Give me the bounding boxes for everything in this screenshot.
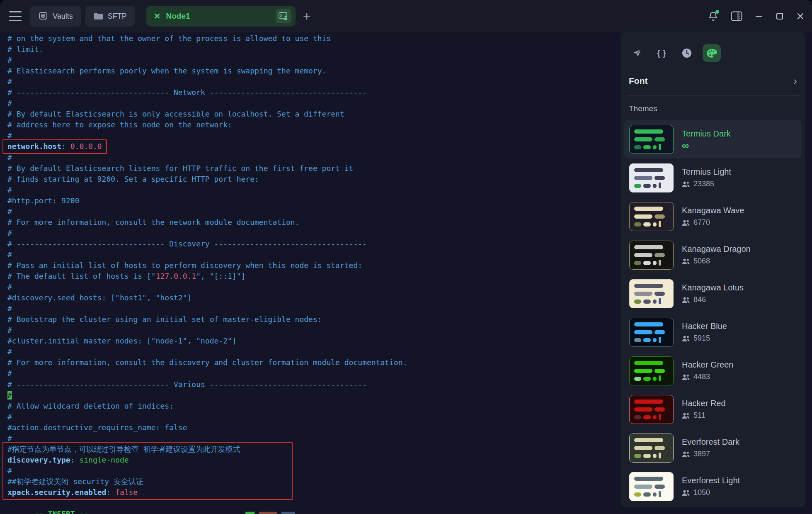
clipped-bottom-line: ▆▆ ▆▆▆▆ ▆▆▆ bbox=[7, 509, 295, 514]
users-icon bbox=[682, 374, 690, 380]
theme-item-everforest-dark[interactable]: Everforest Dark 3897 bbox=[624, 429, 802, 467]
topbar-divider bbox=[141, 10, 141, 22]
history-icon[interactable] bbox=[678, 44, 696, 62]
vaults-button-label: Vaults bbox=[53, 12, 73, 21]
bell-icon[interactable] bbox=[708, 11, 718, 22]
theme-thumbnail bbox=[629, 434, 674, 463]
cursor-block: # bbox=[7, 391, 12, 400]
new-tab-button[interactable]: + bbox=[303, 10, 311, 23]
themes-heading: Themes bbox=[621, 96, 805, 113]
chevron-right-icon: › bbox=[793, 76, 797, 86]
theme-item-kanagawa-wave[interactable]: Kanagawa Wave 6770 bbox=[624, 197, 802, 236]
theme-user-count: 5915 bbox=[682, 334, 727, 343]
theme-user-count: 846 bbox=[682, 295, 744, 304]
font-section-row[interactable]: Font › bbox=[621, 62, 805, 86]
split-view-icon[interactable] bbox=[731, 11, 742, 21]
theme-user-count: 23385 bbox=[682, 180, 731, 188]
close-button[interactable] bbox=[796, 12, 805, 20]
app-window: Vaults SFTP ✕ Node1 + bbox=[0, 0, 812, 514]
users-icon bbox=[682, 490, 690, 496]
menu-icon[interactable] bbox=[9, 11, 22, 21]
theme-name: Hacker Blue bbox=[682, 322, 727, 331]
notification-dot bbox=[715, 10, 719, 14]
theme-item-hacker-green[interactable]: Hacker Green 4483 bbox=[624, 351, 802, 390]
theme-thumbnail bbox=[629, 318, 674, 347]
theme-name: Kanagawa Dragon bbox=[682, 244, 751, 254]
settings-panel: { } Font › Th bbox=[621, 32, 805, 507]
theme-name: Termius Light bbox=[682, 167, 731, 177]
theme-name: Termius Dark bbox=[682, 129, 731, 139]
theme-user-count: 511 bbox=[682, 411, 726, 420]
users-icon bbox=[682, 412, 690, 419]
theme-item-kanagawa-lotus[interactable]: Kanagawa Lotus 846 bbox=[624, 274, 802, 313]
theme-name: Hacker Green bbox=[682, 360, 734, 370]
tab-label: Node1 bbox=[166, 12, 270, 21]
theme-user-count: 4483 bbox=[682, 373, 734, 381]
vaults-button[interactable]: Vaults bbox=[30, 6, 81, 27]
send-icon[interactable] bbox=[628, 44, 646, 62]
theme-thumbnail bbox=[629, 241, 674, 270]
theme-user-count: 6770 bbox=[682, 218, 744, 227]
panel-tab-bar: { } bbox=[621, 32, 805, 62]
top-bar: Vaults SFTP ✕ Node1 + bbox=[0, 0, 812, 32]
sftp-button-label: SFTP bbox=[108, 12, 127, 21]
theme-thumbnail bbox=[629, 279, 674, 308]
minimize-button[interactable] bbox=[755, 12, 763, 20]
folder-icon bbox=[94, 12, 103, 20]
snippets-icon[interactable]: { } bbox=[653, 44, 671, 62]
theme-name: Everforest Dark bbox=[682, 437, 739, 447]
theme-list: Termius Dark∞Termius Light 23385Kanagawa… bbox=[621, 120, 805, 506]
theme-thumbnail bbox=[629, 395, 674, 424]
theme-item-kanagawa-dragon[interactable]: Kanagawa Dragon 5068 bbox=[624, 236, 802, 274]
users-icon bbox=[682, 181, 690, 188]
theme-thumbnail bbox=[629, 163, 674, 192]
vault-icon bbox=[38, 11, 48, 21]
sftp-button[interactable]: SFTP bbox=[85, 6, 135, 27]
theme-item-everforest-light[interactable]: Everforest Light 1050 bbox=[624, 467, 802, 506]
tab-close-icon[interactable]: ✕ bbox=[154, 12, 161, 20]
terminal-share-icon[interactable] bbox=[276, 9, 291, 23]
theme-name: Kanagawa Lotus bbox=[682, 283, 744, 292]
maximize-button[interactable] bbox=[776, 12, 784, 20]
theme-thumbnail bbox=[629, 356, 674, 385]
theme-name: Kanagawa Wave bbox=[682, 206, 744, 215]
tab-node1[interactable]: ✕ Node1 bbox=[146, 6, 296, 27]
users-icon bbox=[682, 258, 690, 265]
theme-infinity-badge: ∞ bbox=[682, 141, 731, 149]
theme-user-count: 1050 bbox=[682, 488, 740, 497]
theme-item-termius-dark[interactable]: Termius Dark∞ bbox=[624, 120, 802, 158]
users-icon bbox=[682, 451, 690, 458]
users-icon bbox=[682, 219, 690, 226]
theme-item-hacker-red[interactable]: Hacker Red 511 bbox=[624, 390, 802, 429]
users-icon bbox=[682, 335, 690, 342]
theme-thumbnail bbox=[629, 125, 674, 154]
theme-name: Everforest Light bbox=[682, 476, 740, 485]
font-section-label: Font bbox=[629, 76, 647, 86]
theme-name: Hacker Red bbox=[682, 399, 726, 408]
theme-item-hacker-blue[interactable]: Hacker Blue 5915 bbox=[624, 313, 802, 351]
appearance-icon[interactable] bbox=[703, 44, 721, 62]
theme-user-count: 5068 bbox=[682, 257, 751, 266]
theme-thumbnail bbox=[629, 472, 674, 501]
theme-user-count: 3897 bbox=[682, 450, 739, 458]
theme-thumbnail bbox=[629, 202, 674, 231]
users-icon bbox=[682, 297, 690, 303]
theme-item-termius-light[interactable]: Termius Light 23385 bbox=[624, 158, 802, 197]
